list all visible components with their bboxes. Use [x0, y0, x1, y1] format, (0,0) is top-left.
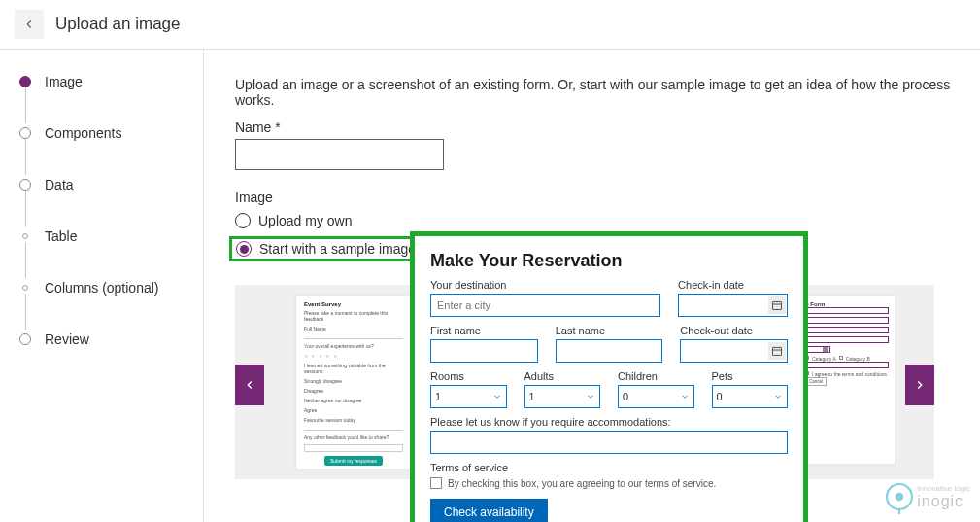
checkbox-icon	[839, 356, 843, 360]
sample-q: Your overall experience with us?	[304, 343, 403, 349]
sample-cancel-button: Cancel	[805, 377, 827, 386]
main-content: Upload an image or a screenshot of an ex…	[204, 50, 980, 522]
step-label: Data	[45, 177, 74, 192]
carousel-next-button[interactable]	[905, 365, 934, 405]
step-dot-icon	[22, 233, 28, 239]
calendar-icon[interactable]	[768, 342, 786, 360]
sample-cat: Category A	[812, 356, 836, 362]
back-button[interactable]	[15, 10, 44, 39]
step-connector	[25, 139, 26, 175]
select-value: 1	[529, 391, 535, 402]
step-data[interactable]: Data	[19, 177, 184, 192]
step-label: Components	[45, 125, 121, 141]
check-availability-button[interactable]: Check availability	[430, 499, 548, 522]
accom-input[interactable]	[430, 431, 788, 454]
name-input[interactable]	[235, 139, 444, 170]
reservation-title: Make Your Reservation	[430, 251, 788, 271]
select-value: 0	[623, 391, 628, 402]
sample-input	[805, 362, 889, 368]
step-image[interactable]: Image	[19, 74, 184, 89]
radio-label: Start with a sample image	[259, 241, 416, 257]
step-review[interactable]: Review	[19, 331, 184, 347]
intro-text: Upload an image or a screenshot of an ex…	[235, 77, 980, 108]
step-components[interactable]: Components	[19, 125, 184, 141]
sample-event-survey[interactable]: Event Survey Please take a moment to com…	[295, 295, 412, 470]
watermark-brand: inogic	[917, 493, 970, 510]
sample-opt: Disagree	[304, 388, 403, 394]
sample-title: Event Survey	[304, 301, 403, 307]
children-select[interactable]: 0	[618, 385, 694, 408]
select-value: 0	[717, 391, 723, 402]
fname-label: First name	[430, 325, 538, 336]
page-title: Upload an image	[55, 15, 181, 34]
radio-upload-own[interactable]: Upload my own	[235, 213, 980, 228]
dest-input[interactable]	[430, 294, 660, 317]
sample-input	[805, 336, 889, 343]
step-label: Review	[45, 331, 89, 347]
rooms-select[interactable]: 1	[430, 385, 507, 408]
radio-icon	[236, 241, 252, 257]
step-label: Image	[45, 74, 83, 89]
watermark-logo: innovative logic inogic	[882, 479, 970, 514]
step-table[interactable]: Table	[19, 228, 184, 244]
accom-label: Please let us know if you require accomm…	[430, 416, 788, 428]
sample-carousel: Event Survey Please take a moment to com…	[235, 275, 934, 510]
sample-opt: Strongly disagree	[304, 378, 403, 384]
chevron-down-icon	[680, 392, 690, 401]
sample-input	[805, 327, 889, 333]
sample-reservation-selected[interactable]: Make Your Reservation Your destination C…	[410, 231, 808, 522]
step-dot-icon	[19, 127, 31, 139]
checkin-label: Check-in date	[678, 279, 788, 291]
steps-sidebar: Image Components Data Table Columns (opt…	[0, 50, 204, 522]
step-dot-icon	[19, 76, 31, 87]
step-connector	[25, 191, 26, 226]
pets-label: Pets	[712, 370, 789, 382]
calendar-icon[interactable]	[768, 296, 786, 314]
sample-submit-button: Submit my responses	[324, 456, 383, 466]
step-columns[interactable]: Columns (optional)	[19, 280, 184, 296]
sample-sub: Please take a moment to complete this fe…	[304, 310, 403, 322]
step-connector	[25, 242, 26, 278]
step-label: Table	[45, 228, 77, 244]
sample-input	[805, 317, 889, 324]
sample-opt: Neither agree nor disagree	[304, 398, 403, 403]
lname-label: Last name	[556, 325, 663, 336]
adults-select[interactable]: 1	[524, 385, 601, 408]
checkout-label: Check-out date	[680, 325, 788, 336]
tos-label: Terms of service	[430, 462, 788, 473]
sample-signup-form[interactable]: p Form Category A Category B I agree to …	[798, 295, 896, 465]
lname-input[interactable]	[556, 339, 663, 363]
select-value: 1	[435, 391, 441, 402]
step-label: Columns (optional)	[45, 280, 159, 296]
chevron-down-icon	[586, 392, 595, 401]
sample-line	[304, 335, 403, 339]
arrow-left-icon	[22, 17, 36, 31]
sample-q: Any other feedback you'd like to share?	[304, 435, 403, 440]
sample-opt: Agree	[304, 407, 403, 413]
name-label: Name *	[235, 120, 980, 135]
step-dot-icon	[22, 285, 28, 291]
step-dot-icon	[19, 179, 31, 191]
sample-date-input	[805, 346, 830, 353]
star-icon: ★ ★ ★ ★ ★	[304, 353, 403, 359]
step-connector	[25, 294, 26, 330]
fname-input[interactable]	[430, 339, 538, 363]
tos-check-label: By checking this box, you are agreeing t…	[448, 478, 716, 489]
chevron-down-icon	[492, 392, 502, 401]
sample-cat: Category B	[846, 356, 870, 362]
radio-label: Upload my own	[258, 213, 353, 228]
dest-label: Your destination	[430, 279, 660, 291]
adults-label: Adults	[524, 370, 601, 382]
chevron-down-icon	[773, 392, 783, 401]
svg-rect-2	[773, 348, 782, 356]
chevron-left-icon	[243, 378, 256, 392]
radio-icon	[235, 213, 251, 228]
tos-checkbox-row[interactable]: By checking this box, you are agreeing t…	[430, 477, 788, 489]
pets-select[interactable]: 0	[712, 385, 789, 408]
checkbox-icon	[430, 477, 442, 489]
step-connector	[25, 87, 26, 123]
carousel-prev-button[interactable]	[235, 365, 264, 405]
sample-box	[304, 444, 403, 452]
sample-line	[304, 427, 403, 431]
radio-start-sample[interactable]: Start with a sample image	[236, 241, 416, 257]
